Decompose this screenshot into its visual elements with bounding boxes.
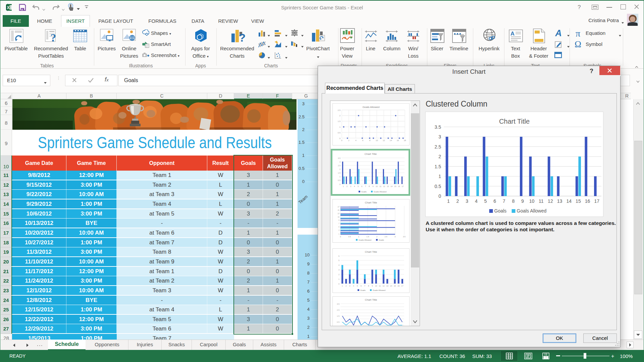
svg-text:X: X bbox=[7, 5, 10, 10]
svg-text:15: 15 bbox=[394, 185, 396, 187]
svg-text:0.5: 0.5 bbox=[338, 132, 341, 134]
svg-text:1: 1 bbox=[358, 236, 359, 238]
svg-text:7: 7 bbox=[364, 285, 365, 287]
svg-text:17: 17 bbox=[337, 206, 339, 208]
svg-text:9: 9 bbox=[338, 219, 339, 221]
svg-text:16: 16 bbox=[397, 285, 399, 287]
svg-text:4: 4 bbox=[354, 185, 355, 187]
svg-text:15: 15 bbox=[394, 285, 396, 287]
svg-text:0.5: 0.5 bbox=[338, 179, 340, 181]
svg-text:Goals: Goals bbox=[379, 239, 384, 241]
svg-text:1: 1 bbox=[338, 278, 339, 280]
svg-text:2: 2 bbox=[346, 185, 347, 187]
svg-text:13: 13 bbox=[337, 213, 339, 215]
svg-text:3.5: 3.5 bbox=[435, 124, 441, 130]
svg-text:2: 2 bbox=[438, 154, 441, 159]
svg-text:3: 3 bbox=[350, 185, 351, 187]
svg-text:2.5: 2.5 bbox=[435, 144, 441, 149]
svg-text:Goals Allowed: Goals Allowed bbox=[373, 289, 385, 291]
svg-text:0: 0 bbox=[338, 283, 339, 285]
svg-text:0: 0 bbox=[438, 193, 441, 199]
svg-text:3.5: 3.5 bbox=[337, 303, 339, 305]
svg-text:14: 14 bbox=[390, 139, 392, 141]
svg-text:Goals: Goals bbox=[361, 191, 367, 193]
svg-text:0.5: 0.5 bbox=[348, 236, 351, 238]
svg-text:2.5: 2.5 bbox=[337, 309, 339, 311]
svg-text:5: 5 bbox=[484, 198, 487, 204]
svg-text:1: 1 bbox=[339, 176, 340, 178]
svg-text:Goals: Goals bbox=[494, 208, 507, 214]
svg-text:1.5: 1.5 bbox=[435, 164, 441, 169]
svg-text:8: 8 bbox=[368, 285, 369, 287]
svg-text:3.5: 3.5 bbox=[403, 236, 406, 238]
svg-text:3: 3 bbox=[394, 236, 395, 238]
svg-text:9: 9 bbox=[372, 285, 373, 287]
svg-text:3: 3 bbox=[338, 269, 339, 271]
svg-text:6: 6 bbox=[361, 185, 362, 187]
svg-text:1: 1 bbox=[343, 185, 344, 187]
svg-text:3: 3 bbox=[438, 134, 441, 139]
svg-text:11: 11 bbox=[338, 216, 339, 218]
svg-text:10: 10 bbox=[376, 139, 378, 141]
svg-text:12: 12 bbox=[382, 285, 384, 287]
svg-text:10: 10 bbox=[375, 285, 377, 287]
svg-text:11: 11 bbox=[379, 285, 381, 287]
svg-text:4: 4 bbox=[475, 198, 478, 204]
svg-text:Chart Title: Chart Title bbox=[365, 201, 377, 204]
svg-text:9: 9 bbox=[521, 198, 524, 204]
svg-text:15: 15 bbox=[337, 209, 339, 211]
svg-text:0: 0 bbox=[340, 236, 341, 238]
svg-text:0: 0 bbox=[339, 183, 340, 185]
svg-text:10: 10 bbox=[376, 185, 378, 187]
svg-text:Goals Allowed: Goals Allowed bbox=[517, 208, 547, 214]
svg-text:2.5: 2.5 bbox=[385, 236, 387, 238]
svg-text:3: 3 bbox=[349, 285, 350, 287]
svg-text:1.5: 1.5 bbox=[367, 236, 369, 238]
svg-text:14: 14 bbox=[390, 285, 392, 287]
svg-text:1: 1 bbox=[338, 233, 339, 235]
svg-text:18: 18 bbox=[404, 139, 406, 141]
svg-text:A: A bbox=[511, 31, 515, 37]
svg-text:1.5: 1.5 bbox=[337, 315, 339, 317]
svg-text:Chart Title: Chart Title bbox=[365, 153, 377, 156]
svg-text:12: 12 bbox=[548, 198, 553, 204]
svg-text:Goals Allowed: Goals Allowed bbox=[374, 191, 386, 193]
svg-text:2.5: 2.5 bbox=[338, 109, 341, 111]
svg-text:13: 13 bbox=[386, 285, 388, 287]
svg-text:0.5: 0.5 bbox=[337, 321, 339, 323]
svg-text:7: 7 bbox=[338, 223, 339, 225]
svg-text:16: 16 bbox=[398, 185, 400, 187]
svg-text:15: 15 bbox=[576, 198, 581, 204]
svg-text:5: 5 bbox=[358, 185, 359, 187]
svg-text:8: 8 bbox=[512, 198, 515, 204]
svg-text:?: ? bbox=[51, 32, 56, 43]
svg-text:1: 1 bbox=[438, 174, 441, 179]
svg-text:14: 14 bbox=[566, 198, 572, 204]
svg-text:5: 5 bbox=[338, 226, 339, 228]
svg-text:2.5: 2.5 bbox=[338, 165, 340, 167]
svg-text:4: 4 bbox=[338, 264, 339, 266]
svg-text:2: 2 bbox=[338, 274, 339, 276]
svg-text:6: 6 bbox=[338, 255, 339, 257]
svg-text:16: 16 bbox=[585, 198, 590, 204]
svg-text:17: 17 bbox=[401, 185, 404, 187]
svg-text:3.5: 3.5 bbox=[338, 157, 340, 159]
svg-text:?: ? bbox=[239, 31, 246, 43]
svg-text:Chart Title: Chart Title bbox=[499, 118, 530, 125]
svg-text:14: 14 bbox=[390, 185, 392, 187]
svg-text:7: 7 bbox=[365, 185, 366, 187]
svg-text:9: 9 bbox=[372, 185, 373, 187]
svg-text:17: 17 bbox=[594, 198, 599, 204]
svg-text:1: 1 bbox=[447, 198, 450, 204]
svg-text:2: 2 bbox=[457, 198, 459, 204]
svg-text:5: 5 bbox=[338, 259, 339, 261]
svg-text:1: 1 bbox=[342, 285, 343, 287]
svg-text:11: 11 bbox=[539, 198, 544, 204]
svg-text:1.5: 1.5 bbox=[338, 120, 341, 122]
svg-text:17: 17 bbox=[401, 285, 403, 287]
svg-text:Goals Allowed: Goals Allowed bbox=[363, 106, 380, 109]
svg-text:Goals Allowed: Goals Allowed bbox=[359, 239, 371, 241]
svg-text:7: 7 bbox=[503, 198, 505, 204]
svg-text:5: 5 bbox=[357, 285, 358, 287]
svg-text:Chart Title: Chart Title bbox=[365, 250, 377, 253]
